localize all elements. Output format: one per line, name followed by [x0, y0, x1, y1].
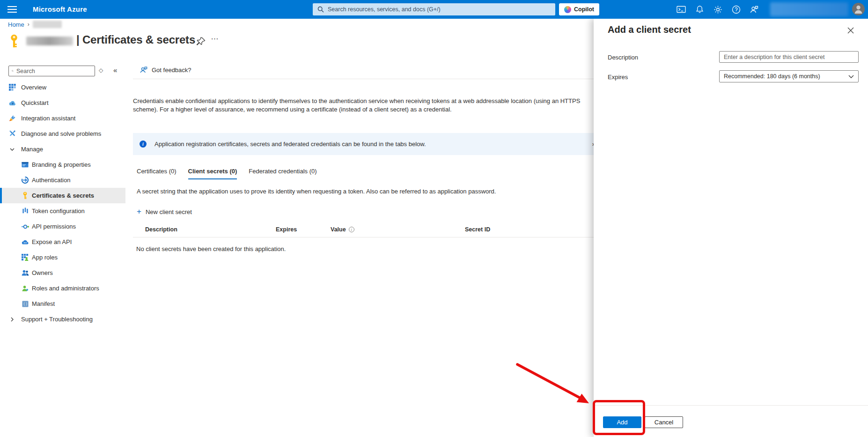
more-options-button[interactable]: … — [211, 32, 219, 42]
sidebar-item-quickstart[interactable]: Quickstart — [0, 95, 125, 111]
sidebar-item-label: Manifest — [32, 300, 55, 307]
authentication-icon — [21, 176, 29, 184]
cloud-shell-icon[interactable] — [675, 4, 687, 15]
overview-icon — [8, 83, 16, 91]
got-feedback-label: Got feedback? — [152, 67, 191, 74]
breadcrumb: Home › — [8, 20, 62, 29]
new-client-secret-button[interactable]: + New client secret — [137, 208, 192, 215]
account-info-redacted — [770, 2, 848, 16]
empty-table-message: No client secrets have been created for … — [136, 245, 286, 252]
sidebar-item-roles-administrators[interactable]: Roles and administrators — [0, 281, 125, 296]
sidebar-item-overview[interactable]: Overview — [0, 80, 125, 95]
chevron-down-icon — [848, 75, 854, 78]
help-icon[interactable] — [730, 4, 742, 15]
hamburger-menu-icon[interactable] — [7, 6, 17, 13]
credentials-intro-text: Credentials enable confidential applicat… — [133, 97, 581, 114]
column-value-label: Value — [331, 226, 346, 233]
tab-federated-credentials[interactable]: Federated credentials (0) — [249, 168, 316, 179]
sidebar-item-label: Quickstart — [21, 99, 49, 106]
tab-description: A secret string that the application use… — [137, 188, 496, 195]
app-roles-icon — [21, 253, 29, 261]
sidebar-item-label: Roles and administrators — [32, 285, 99, 292]
sidebar-item-certificates-secrets[interactable]: Certificates & secrets — [0, 188, 125, 203]
sidebar-item-authentication[interactable]: Authentication — [0, 172, 125, 188]
column-description: Description — [145, 226, 177, 233]
sidebar-item-label: Branding & properties — [32, 161, 91, 168]
search-icon — [317, 6, 324, 13]
refresh-toggle-icon[interactable]: ◇ — [99, 67, 103, 74]
sidebar-item-label: Certificates & secrets — [32, 192, 94, 199]
sidebar-item-app-roles[interactable]: App roles — [0, 250, 125, 265]
owners-icon — [21, 269, 29, 277]
settings-icon[interactable] — [712, 4, 724, 15]
toolbar-divider — [133, 79, 594, 79]
add-button[interactable]: Add — [603, 416, 641, 428]
sidebar-item-label: Integration assistant — [21, 115, 75, 122]
global-search-bar[interactable] — [313, 3, 555, 15]
value-info-icon[interactable]: i — [349, 227, 354, 232]
api-permissions-icon — [21, 222, 29, 230]
tab-client-secrets[interactable]: Client secrets (0) — [188, 168, 237, 179]
tab-certificates[interactable]: Certificates (0) — [137, 168, 177, 179]
copilot-button[interactable]: Copilot — [559, 3, 599, 15]
sidebar-group-manage[interactable]: Manage — [0, 141, 125, 157]
expires-dropdown[interactable]: Recommended: 180 days (6 months) — [719, 70, 859, 82]
sidebar-item-api-permissions[interactable]: API permissions — [0, 219, 125, 234]
diagnose-icon — [8, 130, 16, 138]
sidebar-item-integration-assistant[interactable]: Integration assistant — [0, 111, 125, 126]
manifest-icon: () — [21, 300, 29, 308]
breadcrumb-separator-icon: › — [28, 21, 29, 28]
global-search-input[interactable] — [328, 6, 551, 13]
sidebar-item-token-configuration[interactable]: Token configuration — [0, 203, 125, 219]
chevron-right-icon — [9, 317, 15, 322]
integration-assistant-icon — [8, 114, 16, 122]
sidebar-item-diagnose[interactable]: Diagnose and solve problems — [0, 126, 125, 141]
sidebar-group-label: Manage — [21, 146, 43, 153]
sidebar-item-label: API permissions — [32, 223, 76, 230]
sidebar-item-owners[interactable]: Owners — [0, 265, 125, 281]
sidebar-item-manifest[interactable]: () Manifest — [0, 296, 125, 311]
top-bar: Microsoft Azure Copilot — [0, 0, 868, 19]
expose-api-icon — [21, 238, 29, 246]
main-content: Got feedback? Credentials enable confide… — [127, 19, 598, 437]
svg-text:(): () — [22, 302, 27, 306]
feedback-icon[interactable] — [748, 4, 760, 15]
close-icon[interactable] — [846, 25, 856, 36]
pin-icon[interactable] — [196, 37, 206, 47]
got-feedback-button[interactable]: Got feedback? — [140, 66, 191, 74]
add-client-secret-panel: Add a client secret Description Expires … — [594, 19, 868, 437]
description-input[interactable] — [719, 51, 859, 63]
chevron-down-icon — [9, 147, 15, 152]
roles-administrators-icon — [21, 284, 29, 292]
cancel-button[interactable]: Cancel — [645, 416, 683, 428]
sidebar-group-support[interactable]: Support + Troubleshooting — [0, 311, 125, 327]
table-header-divider — [133, 237, 594, 237]
collapse-sidebar-icon[interactable]: « — [113, 66, 117, 74]
column-expires: Expires — [276, 226, 297, 233]
sidebar-item-expose-api[interactable]: Expose an API — [0, 234, 125, 250]
sidebar-search-box[interactable] — [8, 66, 95, 76]
sidebar: ◇ « Overview Quickstart Integration assi… — [0, 52, 127, 437]
sidebar-item-label: Authentication — [32, 177, 70, 184]
sidebar-item-label: App roles — [32, 254, 58, 261]
page-title: | Certificates & secrets — [76, 33, 195, 46]
sidebar-group-label: Support + Troubleshooting — [21, 316, 93, 323]
breadcrumb-app-redacted — [33, 21, 62, 28]
info-banner-text: Application registration certificates, s… — [154, 141, 426, 148]
new-client-secret-label: New client secret — [146, 208, 192, 215]
expires-selected-value: Recommended: 180 days (6 months) — [724, 73, 848, 80]
notifications-icon[interactable] — [693, 4, 706, 15]
breadcrumb-home-link[interactable]: Home — [8, 21, 24, 28]
info-icon: i — [140, 141, 147, 148]
copilot-icon — [564, 6, 571, 13]
sidebar-item-label: Expose an API — [32, 238, 72, 245]
panel-title: Add a client secret — [608, 24, 691, 35]
feedback-icon — [140, 66, 148, 74]
sidebar-item-label: Overview — [21, 84, 46, 91]
sidebar-nav: Overview Quickstart Integration assistan… — [0, 80, 125, 327]
info-banner: i Application registration certificates,… — [133, 133, 598, 155]
plus-icon: + — [137, 208, 141, 215]
avatar[interactable] — [852, 3, 865, 15]
sidebar-item-branding[interactable]: Branding & properties — [0, 157, 125, 172]
sidebar-search-input[interactable] — [16, 68, 92, 74]
